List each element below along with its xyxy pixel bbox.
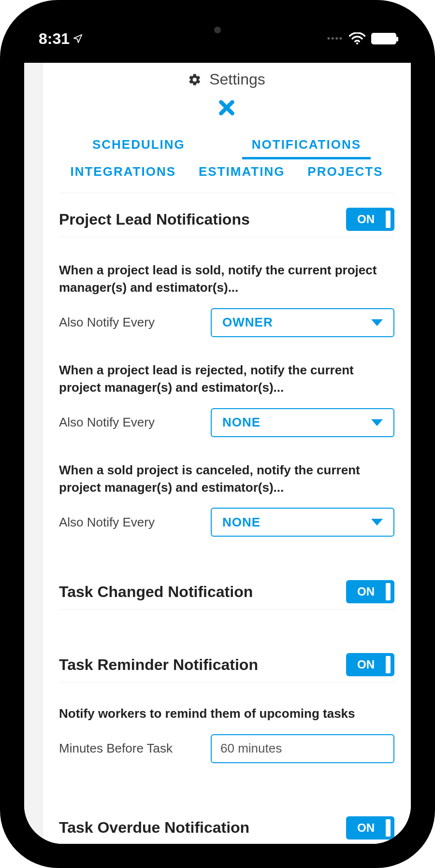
project-lead-sold-label: Also Notify Every xyxy=(59,315,155,330)
chevron-down-icon xyxy=(371,519,383,526)
close-icon xyxy=(217,98,236,117)
select-value: OWNER xyxy=(222,315,273,330)
project-lead-canceled-select[interactable]: NONE xyxy=(211,508,394,537)
gear-icon xyxy=(188,73,202,86)
task-reminder-desc: Notify workers to remind them of upcomin… xyxy=(59,683,394,722)
toggle-knob-icon xyxy=(386,656,391,673)
task-reminder-toggle[interactable]: ON xyxy=(346,653,394,676)
tab-estimating[interactable]: ESTIMATING xyxy=(189,159,294,184)
project-lead-toggle[interactable]: ON xyxy=(346,208,394,231)
project-lead-sold-desc: When a project lead is sold, notify the … xyxy=(59,237,394,297)
toggle-on-label: ON xyxy=(350,658,382,671)
toggle-on-label: ON xyxy=(350,213,382,226)
chevron-down-icon xyxy=(371,319,383,326)
wifi-icon xyxy=(349,32,365,45)
tab-projects[interactable]: PROJECTS xyxy=(298,159,392,184)
status-time: 8:31 xyxy=(39,30,83,48)
tab-integrations[interactable]: INTEGRATIONS xyxy=(60,159,186,184)
minutes-before-input[interactable]: 60 minutes xyxy=(211,734,394,763)
tab-notifications[interactable]: NOTIFICATIONS xyxy=(242,132,371,159)
task-changed-title: Task Changed Notification xyxy=(59,583,253,601)
project-lead-rejected-desc: When a project lead is rejected, notify … xyxy=(59,337,394,397)
status-time-text: 8:31 xyxy=(39,30,70,48)
toggle-on-label: ON xyxy=(350,585,382,598)
toggle-knob-icon xyxy=(386,583,391,600)
page-title: Settings xyxy=(209,71,265,88)
location-icon xyxy=(72,33,83,44)
battery-icon xyxy=(371,33,396,44)
task-changed-toggle[interactable]: ON xyxy=(346,580,394,603)
toggle-knob-icon xyxy=(386,211,391,228)
project-lead-sold-select[interactable]: OWNER xyxy=(211,308,394,337)
status-dots-icon: •••• xyxy=(327,34,343,44)
project-lead-title: Project Lead Notifications xyxy=(59,211,250,228)
task-overdue-toggle[interactable]: ON xyxy=(346,816,394,840)
tab-scheduling[interactable]: SCHEDULING xyxy=(83,132,195,159)
tab-bar: SCHEDULING NOTIFICATIONS INTEGRATIONS ES… xyxy=(59,130,394,193)
minutes-before-label: Minutes Before Task xyxy=(59,741,173,756)
task-overdue-title: Task Overdue Notification xyxy=(59,819,249,837)
project-lead-canceled-desc: When a sold project is canceled, notify … xyxy=(59,437,394,497)
svg-point-0 xyxy=(356,43,358,44)
input-value: 60 minutes xyxy=(220,741,282,756)
toggle-knob-icon xyxy=(386,819,391,837)
project-lead-rejected-select[interactable]: NONE xyxy=(211,408,394,437)
page-header: Settings xyxy=(59,68,394,94)
select-value: NONE xyxy=(222,415,261,430)
close-button[interactable] xyxy=(217,98,236,121)
project-lead-canceled-label: Also Notify Every xyxy=(59,515,155,530)
toggle-on-label: ON xyxy=(350,821,382,835)
task-reminder-title: Task Reminder Notification xyxy=(59,656,258,674)
chevron-down-icon xyxy=(371,419,383,426)
project-lead-rejected-label: Also Notify Every xyxy=(59,415,155,430)
select-value: NONE xyxy=(222,515,261,530)
